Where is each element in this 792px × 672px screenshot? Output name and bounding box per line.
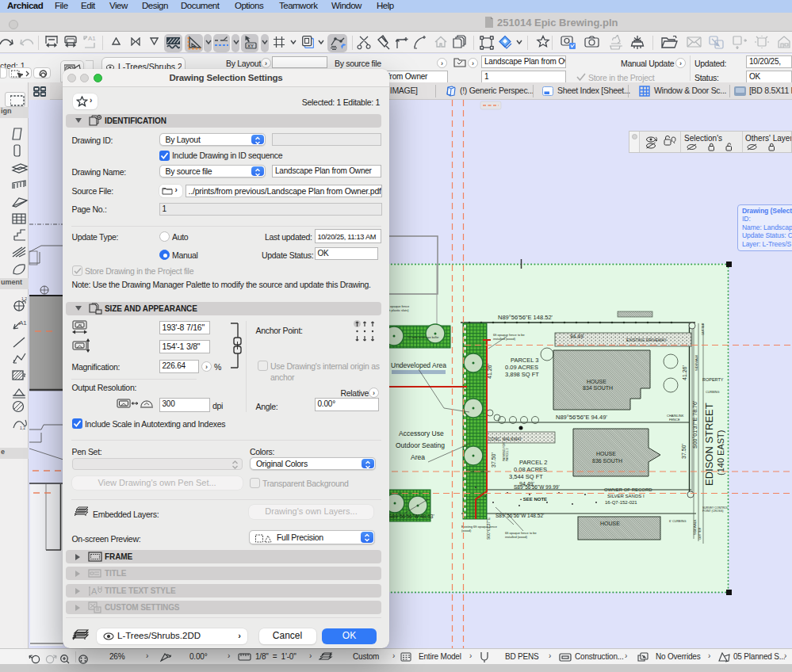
- svg-text:HOUSE: HOUSE: [596, 451, 616, 456]
- svg-text:0.08 ACRES: 0.08 ACRES: [514, 466, 547, 473]
- svg-text:Accessory Use: Accessory Use: [399, 430, 444, 437]
- svg-text:S00°01'37"E 78.76': S00°01'37"E 78.76': [692, 401, 698, 449]
- svg-text:Area: Area: [411, 453, 425, 461]
- svg-text:S89°56'56"W 99.99': S89°56'56"W 99.99': [514, 484, 560, 490]
- svg-text:37.50': 37.50': [681, 444, 687, 459]
- svg-text:16-Q7-152-021: 16-Q7-152-021: [605, 500, 637, 505]
- svg-text:S00°01'37"E: S00°01'37"E: [486, 517, 491, 540]
- svg-text:Undeveloped Area: Undeveloped Area: [391, 361, 446, 369]
- svg-text:SIDEWALK: SIDEWALK: [694, 354, 698, 371]
- svg-text:installed (wood): installed (wood): [493, 337, 516, 341]
- svg-text:10' wide landscape buffer: 10' wide landscape buffer: [407, 336, 439, 339]
- svg-text:XY: XY: [247, 44, 254, 48]
- svg-text:GUTTER: GUTTER: [702, 323, 705, 335]
- svg-text:HOUSE: HOUSE: [600, 521, 620, 526]
- svg-text:834 SOUTH: 834 SOUTH: [583, 385, 613, 391]
- svg-text:1,2: 1,2: [20, 426, 25, 430]
- svg-text:1 2: 1 2: [21, 296, 27, 301]
- svg-text:(wood): (wood): [461, 529, 472, 533]
- svg-text:6' CURBING: 6' CURBING: [669, 520, 686, 523]
- svg-text:• SEE NOTE: • SEE NOTE: [520, 497, 547, 502]
- svg-text:A: A: [91, 586, 98, 596]
- svg-text:ROPERTY: ROPERTY: [702, 377, 724, 382]
- svg-text:PARCEL 3: PARCEL 3: [511, 357, 538, 364]
- svg-text:3,898 SQ FT: 3,898 SQ FT: [505, 371, 539, 378]
- svg-text:A1: A1: [19, 319, 27, 326]
- svg-text:SIDEWALK: SIDEWALK: [694, 519, 697, 535]
- svg-text:CURBING: CURBING: [706, 391, 720, 394]
- svg-text:Outdoor Seating: Outdoor Seating: [396, 441, 445, 449]
- svg-text:HOUSE: HOUSE: [587, 379, 606, 384]
- svg-text:S89°56'56"W 48.53': S89°56'56"W 48.53': [388, 514, 434, 519]
- svg-text:FENCE: FENCE: [669, 418, 680, 422]
- svg-text:836 SOUTH: 836 SOUTH: [592, 458, 622, 464]
- svg-text:A1: A1: [88, 35, 96, 42]
- svg-text:GUTTER: GUTTER: [698, 527, 702, 540]
- svg-text:94.49': 94.49': [570, 334, 584, 339]
- svg-text:EXISTING DRIVEWAY: EXISTING DRIVEWAY: [626, 338, 668, 342]
- svg-text:POINT (CROSS): POINT (CROSS): [702, 510, 723, 513]
- svg-text:N89°56'56"E 148.52': N89°56'56"E 148.52': [498, 314, 553, 321]
- svg-text:(140 EAST): (140 EAST): [716, 430, 725, 475]
- svg-text:CONC. WALKWAY: CONC. WALKWAY: [488, 437, 522, 441]
- svg-text:SILVER SANDS I: SILVER SANDS I: [607, 494, 645, 498]
- svg-text:41.26': 41.26': [487, 364, 492, 379]
- svg-text:PARCEL 2: PARCEL 2: [506, 448, 509, 461]
- svg-text:0.09 ACRES: 0.09 ACRES: [505, 364, 538, 371]
- svg-text:37.50': 37.50': [491, 452, 496, 468]
- svg-text:S89°56'56"W 148.52': S89°56'56"W 148.52': [495, 513, 544, 518]
- svg-text:OWNER OF RECORD: OWNER OF RECORD: [604, 487, 652, 492]
- svg-text:41.26': 41.26': [682, 365, 687, 380]
- svg-text:N89°56'56"E 94.49': N89°56'56"E 94.49': [556, 414, 607, 421]
- svg-text:EDISON STREET: EDISON STREET: [703, 403, 715, 486]
- svg-text:3,544 SQ FT: 3,544 SQ FT: [509, 473, 543, 480]
- svg-text:installed (wood): installed (wood): [505, 535, 528, 539]
- svg-text:PARCEL 2: PARCEL 2: [519, 459, 547, 466]
